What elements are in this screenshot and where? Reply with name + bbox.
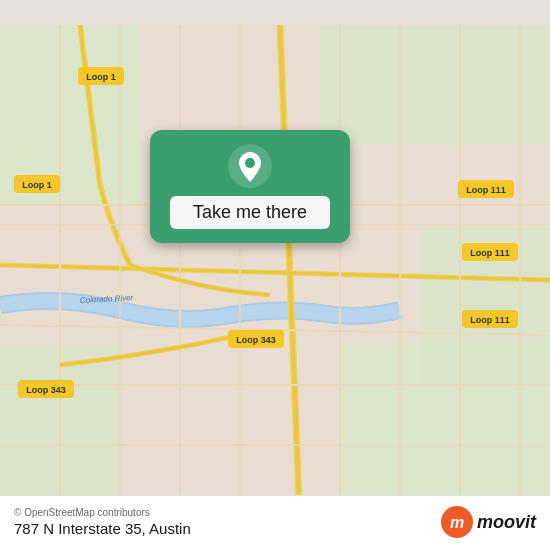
- svg-text:m: m: [450, 514, 464, 531]
- bottom-bar: © OpenStreetMap contributors 787 N Inter…: [0, 495, 550, 550]
- attribution-text: © OpenStreetMap contributors: [14, 507, 191, 518]
- location-pin-icon: [228, 144, 272, 188]
- svg-text:Loop 111: Loop 111: [470, 315, 510, 325]
- take-me-there-button[interactable]: Take me there: [150, 130, 350, 243]
- moovit-logo[interactable]: m moovit: [441, 506, 536, 538]
- svg-text:Loop 1: Loop 1: [86, 72, 116, 82]
- svg-point-39: [245, 158, 255, 168]
- svg-text:Loop 1: Loop 1: [22, 180, 52, 190]
- bottom-left: © OpenStreetMap contributors 787 N Inter…: [14, 507, 191, 537]
- svg-text:Loop 111: Loop 111: [470, 248, 510, 258]
- svg-text:Loop 343: Loop 343: [236, 335, 276, 345]
- svg-rect-2: [320, 25, 550, 145]
- location-text: 787 N Interstate 35, Austin: [14, 520, 191, 537]
- button-label: Take me there: [170, 196, 330, 229]
- map-background: Loop 1 Loop 1 Loop 111 Loop 111 Loop 111…: [0, 0, 550, 550]
- svg-text:Loop 111: Loop 111: [466, 185, 506, 195]
- moovit-brand-text: moovit: [477, 512, 536, 533]
- map-container: Loop 1 Loop 1 Loop 111 Loop 111 Loop 111…: [0, 0, 550, 550]
- moovit-icon: m: [441, 506, 473, 538]
- svg-text:Loop 343: Loop 343: [26, 385, 66, 395]
